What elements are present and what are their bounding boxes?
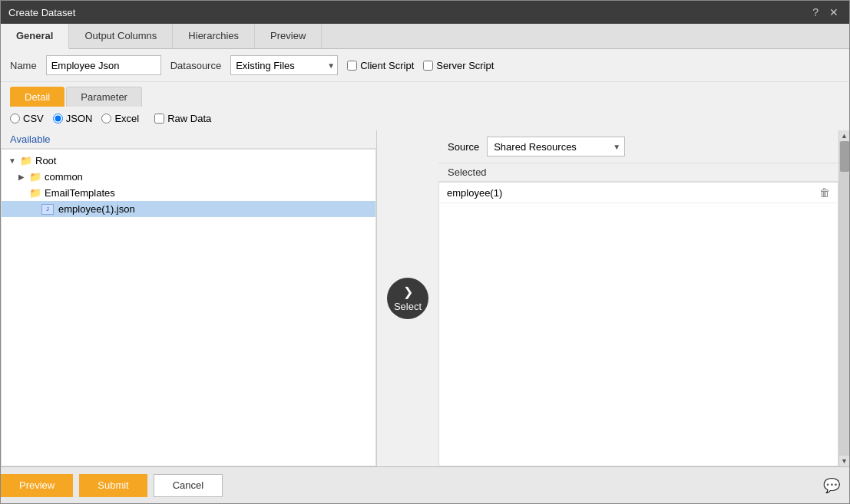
tab-output-columns[interactable]: Output Columns [69, 24, 173, 48]
tree-item-emailtemplates[interactable]: 📁 EmailTemplates [2, 185, 375, 201]
scroll-down-arrow[interactable]: ▼ [839, 456, 850, 466]
excel-radio[interactable] [101, 114, 111, 124]
content-area: CSV JSON Excel Raw Data Available [1, 107, 849, 466]
cancel-button[interactable]: Cancel [154, 474, 223, 497]
tree-item-employee-json[interactable]: J employee(1).json [2, 201, 375, 217]
json-radio[interactable] [53, 114, 63, 124]
submit-button[interactable]: Submit [79, 474, 147, 497]
main-tab-bar: General Output Columns Hierarchies Previ… [1, 24, 849, 49]
employee-file-icon: J [41, 204, 54, 215]
feedback-icon[interactable]: 💬 [823, 477, 840, 494]
source-row: Source Shared Resources Other ▼ [438, 130, 838, 163]
root-expand-icon: ▼ [8, 156, 17, 165]
file-tree[interactable]: ▼ 📁 Root ▶ 📁 common 📁 EmailTempla [1, 149, 376, 466]
sub-tab-bar: Detail Parameter [1, 82, 849, 107]
right-panel: Source Shared Resources Other ▼ Selected… [438, 130, 838, 466]
json-radio-group: JSON [53, 113, 93, 124]
select-arrow-icon: ❯ [403, 285, 413, 299]
title-bar-left: Create Dataset [8, 7, 75, 18]
footer-bar: Preview Submit Cancel 💬 [1, 466, 849, 503]
title-bar: Create Dataset ? ✕ [1, 1, 849, 24]
source-label: Source [448, 141, 479, 153]
selected-list: employee(1) 🗑 [438, 182, 838, 466]
client-script-label: Client Script [360, 60, 414, 71]
client-script-checkbox[interactable] [347, 61, 357, 71]
tree-item-common[interactable]: ▶ 📁 common [2, 169, 375, 185]
raw-data-checkbox[interactable] [154, 114, 164, 124]
help-button[interactable]: ? [809, 5, 822, 19]
select-button[interactable]: ❯ Select [387, 278, 428, 319]
scroll-track[interactable] [839, 141, 850, 456]
select-button-label: Select [394, 301, 422, 312]
server-script-label: Server Script [436, 60, 494, 71]
selected-label: Selected [448, 166, 487, 178]
json-label: JSON [66, 113, 93, 124]
csv-radio[interactable] [10, 114, 20, 124]
available-label: Available [10, 133, 51, 145]
main-panel: Available ▼ 📁 Root ▶ 📁 common [1, 130, 849, 466]
dialog-title: Create Dataset [8, 7, 75, 18]
sub-tab-parameter[interactable]: Parameter [66, 87, 142, 107]
emailtemplates-folder-icon: 📁 [29, 187, 41, 199]
common-folder-icon: 📁 [29, 171, 41, 183]
server-script-group: Server Script [423, 60, 494, 71]
delete-employee-button[interactable]: 🗑 [819, 186, 830, 199]
common-expand-icon: ▶ [17, 173, 26, 181]
scrollbar-panel: ▲ ▼ [838, 130, 849, 466]
common-label: common [45, 171, 83, 183]
scroll-up-arrow[interactable]: ▲ [839, 130, 850, 141]
create-dataset-dialog: Create Dataset ? ✕ General Output Column… [0, 0, 850, 504]
center-button-area: ❯ Select [377, 130, 438, 466]
emailtemplates-expand-icon [17, 189, 26, 197]
source-dropdown-wrapper: Shared Resources Other ▼ [487, 137, 625, 156]
preview-button[interactable]: Preview [1, 474, 73, 497]
datasource-label: Datasource [170, 60, 221, 71]
datasource-dropdown-wrapper: Existing Files ▼ [230, 55, 338, 75]
name-label: Name [10, 60, 37, 71]
client-script-group: Client Script [347, 60, 414, 71]
close-button[interactable]: ✕ [826, 5, 842, 19]
emailtemplates-label: EmailTemplates [45, 187, 115, 199]
tree-item-root[interactable]: ▼ 📁 Root [2, 153, 375, 169]
format-row: CSV JSON Excel Raw Data [1, 107, 849, 130]
source-dropdown[interactable]: Shared Resources Other [487, 137, 625, 156]
selected-header: Selected [438, 163, 838, 182]
raw-data-group: Raw Data [154, 113, 211, 124]
csv-radio-group: CSV [10, 113, 44, 124]
selected-item-employee: employee(1) 🗑 [439, 183, 838, 203]
employee-expand-icon [29, 205, 38, 213]
tab-preview[interactable]: Preview [255, 24, 322, 48]
name-input[interactable] [46, 55, 161, 75]
tab-general[interactable]: General [1, 24, 69, 49]
raw-data-label: Raw Data [167, 113, 211, 124]
selected-item-label: employee(1) [447, 187, 502, 199]
left-panel: Available ▼ 📁 Root ▶ 📁 common [1, 130, 377, 466]
scroll-thumb[interactable] [840, 141, 849, 172]
csv-label: CSV [23, 113, 44, 124]
title-bar-controls: ? ✕ [809, 5, 842, 19]
employee-json-label: employee(1).json [58, 203, 135, 215]
root-folder-icon: 📁 [20, 155, 32, 166]
root-label: Root [35, 155, 56, 166]
tab-hierarchies[interactable]: Hierarchies [173, 24, 255, 48]
header-row: Name Datasource Existing Files ▼ Client … [1, 49, 849, 82]
server-script-checkbox[interactable] [423, 61, 433, 71]
available-header: Available [1, 130, 376, 149]
datasource-dropdown[interactable]: Existing Files [230, 55, 338, 75]
excel-label: Excel [114, 113, 139, 124]
sub-tab-detail[interactable]: Detail [10, 87, 64, 107]
excel-radio-group: Excel [101, 113, 139, 124]
